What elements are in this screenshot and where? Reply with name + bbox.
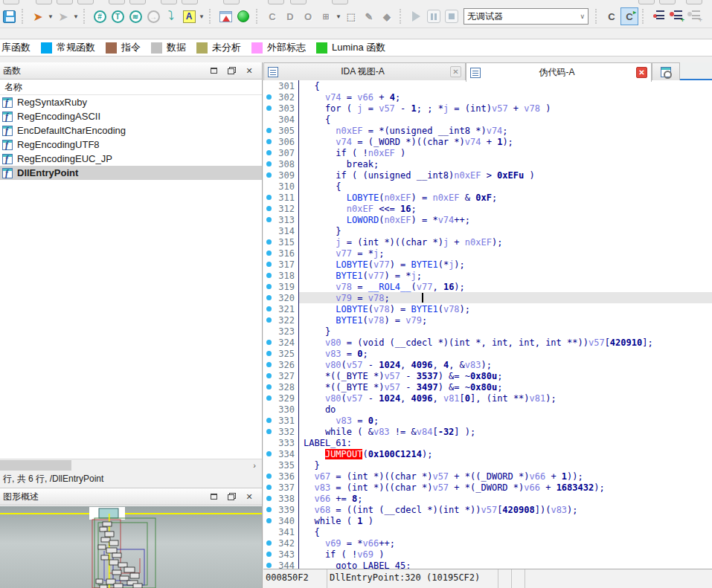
scrollbar-thumb[interactable] bbox=[0, 460, 71, 471]
code-text[interactable]: do bbox=[298, 404, 712, 415]
code-text[interactable]: LOBYTE(n0xEF) = n0xEF & 0xF; bbox=[298, 192, 712, 203]
decompile-icon[interactable]: C bbox=[603, 7, 620, 25]
code-line[interactable]: 321 LOBYTE(v78) = BYTE1(v78); bbox=[263, 303, 712, 314]
breakpoint-panel-icon[interactable] bbox=[650, 8, 667, 25]
code-text[interactable]: v80(v57 - 1024, 4096, 4, &v83); bbox=[298, 359, 712, 370]
code-text[interactable]: if ( !n0xEF ) bbox=[298, 147, 712, 158]
code-line[interactable]: 306 v74 = (_WORD *)((char *)v74 + 1); bbox=[263, 136, 712, 147]
code-text[interactable]: v74 = (_WORD *)((char *)v74 + 1); bbox=[298, 136, 712, 147]
tab-ida-view-a[interactable]: IDA 视图-A ✕ bbox=[263, 62, 466, 80]
breakpoint-dot[interactable] bbox=[263, 281, 274, 292]
breakpoint-dot[interactable] bbox=[263, 136, 274, 147]
breakpoint-gutter[interactable] bbox=[263, 437, 274, 448]
breakpoint-dot[interactable] bbox=[263, 292, 274, 303]
breakpoint-dot[interactable] bbox=[263, 515, 274, 526]
nav-forward-dropdown-icon[interactable]: ▼ bbox=[72, 13, 80, 20]
code-line[interactable]: 319 v78 = __ROL4__(v77, 16); bbox=[263, 281, 712, 292]
code-line[interactable]: 317 LOBYTE(v77) = BYTE1(*j); bbox=[263, 259, 712, 270]
breakpoint-gutter[interactable] bbox=[263, 181, 274, 192]
code-text[interactable]: v83 = 0; bbox=[298, 348, 712, 359]
functions-list-header[interactable]: 名称 bbox=[0, 80, 262, 95]
code-line[interactable]: 323 } bbox=[263, 326, 712, 337]
breakpoint-dot[interactable] bbox=[263, 370, 274, 381]
breakpoint-dot[interactable] bbox=[263, 314, 274, 326]
patch-icon[interactable]: ◆ bbox=[378, 8, 396, 25]
maximize-icon[interactable] bbox=[208, 491, 219, 502]
code-line[interactable]: 330 do bbox=[263, 404, 712, 415]
close-icon[interactable]: ✕ bbox=[244, 491, 254, 502]
code-line[interactable]: 333LABEL_61: bbox=[263, 437, 712, 448]
code-line[interactable]: 331 v83 = 0; bbox=[263, 415, 712, 426]
code-line[interactable]: 341 { bbox=[263, 526, 712, 537]
code-line[interactable]: 322 BYTE1(v78) = v79; bbox=[263, 314, 712, 326]
code-line[interactable]: 312 n0xEF <<= 16; bbox=[263, 203, 712, 214]
breakpoint-dot[interactable] bbox=[263, 158, 274, 169]
code-line[interactable]: 309 if ( (unsigned __int8)n0xEF > 0xEFu … bbox=[263, 169, 712, 181]
breakpoint-dot[interactable] bbox=[263, 236, 274, 248]
code-text[interactable]: while ( &v83 != &v84[-32] ); bbox=[298, 426, 712, 437]
code-text[interactable]: v66 += 8; bbox=[298, 493, 712, 504]
tab-close-icon[interactable]: ✕ bbox=[636, 67, 647, 78]
graph-window-icon[interactable] bbox=[217, 8, 234, 25]
code-text[interactable]: LABEL_61: bbox=[298, 437, 712, 448]
code-text[interactable]: { bbox=[298, 114, 712, 125]
code-line[interactable]: 314 } bbox=[263, 225, 712, 236]
float-icon[interactable] bbox=[226, 491, 237, 502]
code-text[interactable]: v80 = (void (__cdecl *)(int *, int, int,… bbox=[298, 337, 712, 348]
breakpoint-dot[interactable] bbox=[263, 248, 274, 259]
code-text[interactable]: } bbox=[298, 225, 712, 236]
code-line[interactable]: 313 LOWORD(n0xEF) = *v74++; bbox=[263, 214, 712, 225]
code-text[interactable]: if ( (unsigned __int8)n0xEF > 0xEFu ) bbox=[298, 169, 712, 181]
code-text[interactable]: JUMPOUT(0x100C1214); bbox=[298, 448, 712, 459]
code-text[interactable]: v79 = v78; bbox=[298, 292, 712, 303]
code-line[interactable]: 342 v69 = *v66++; bbox=[263, 537, 712, 549]
tab-hex-view[interactable] bbox=[652, 62, 680, 80]
code-line[interactable]: 339 v68 = ((int (__cdecl *)(int *))v57[4… bbox=[263, 504, 712, 515]
code-text[interactable]: *((_BYTE *)v57 - 3537) &= ~0x80u; bbox=[298, 370, 712, 381]
make-array-dropdown-icon[interactable]: ▼ bbox=[335, 13, 342, 20]
code-text[interactable]: v68 = ((int (__cdecl *)(int *))v57[42090… bbox=[298, 504, 712, 515]
code-text[interactable]: v80(v57 - 1024, 4096, v81[0], (int **)v8… bbox=[298, 392, 712, 404]
struct-icon[interactable]: ⬚ bbox=[342, 8, 360, 25]
code-line[interactable]: 332 while ( &v83 != &v84[-32] ); bbox=[263, 426, 712, 437]
breakpoint-dot[interactable] bbox=[263, 103, 274, 114]
make-data-icon[interactable]: D bbox=[281, 8, 299, 25]
code-line[interactable]: 308 break; bbox=[263, 158, 712, 169]
code-text[interactable]: { bbox=[298, 526, 712, 537]
code-text[interactable]: v77 = *j; bbox=[298, 248, 712, 259]
code-text[interactable]: n0xEF <<= 16; bbox=[298, 203, 712, 214]
code-line[interactable]: 336 v67 = (int *)((char *)v57 + *((_DWOR… bbox=[263, 471, 712, 482]
code-line[interactable]: 320 v79 = v78; bbox=[263, 292, 712, 303]
code-text[interactable]: while ( 1 ) bbox=[298, 515, 712, 526]
breakpoint-dot[interactable] bbox=[263, 214, 274, 225]
code-line[interactable]: 307 if ( !n0xEF ) bbox=[263, 147, 712, 158]
code-line[interactable]: 325 v83 = 0; bbox=[263, 348, 712, 359]
breakpoint-dot[interactable] bbox=[263, 203, 274, 214]
rename-icon[interactable]: A bbox=[180, 8, 198, 25]
decompile-active-icon[interactable]: C▸ bbox=[620, 7, 638, 25]
breakpoint-dot[interactable] bbox=[263, 537, 274, 549]
breakpoint-gutter[interactable] bbox=[263, 80, 274, 91]
code-line[interactable]: 301 { bbox=[263, 80, 712, 91]
breakpoint-dot[interactable] bbox=[263, 91, 274, 103]
code-line[interactable]: 344 goto LABEL_45; bbox=[263, 560, 712, 569]
nav-back-dropdown-icon[interactable]: ▼ bbox=[47, 13, 54, 20]
code-text[interactable]: n0xEF = *(unsigned __int8 *)v74; bbox=[298, 125, 712, 136]
breakpoint-gutter[interactable] bbox=[263, 326, 274, 337]
code-line[interactable]: 315 j = (int *)((char *)j + n0xEF); bbox=[263, 236, 712, 248]
pseudocode-view[interactable]: 301 {302 v74 = v66 + 4;303 for ( j = v57… bbox=[263, 80, 712, 569]
breakpoint-dot[interactable] bbox=[263, 415, 274, 426]
save-icon[interactable] bbox=[0, 8, 18, 25]
code-text[interactable]: break; bbox=[298, 158, 712, 169]
tab-close-icon[interactable]: ✕ bbox=[450, 66, 461, 77]
edit-icon[interactable]: ✎ bbox=[360, 8, 378, 25]
breakpoint-dot[interactable] bbox=[263, 549, 274, 560]
code-line[interactable]: 335 } bbox=[263, 459, 712, 471]
code-line[interactable]: 326 v80(v57 - 1024, 4096, 4, &v83); bbox=[263, 359, 712, 370]
make-enum-icon[interactable]: O bbox=[299, 8, 317, 25]
code-text[interactable]: if ( !v69 ) bbox=[298, 549, 712, 560]
code-text[interactable]: *((_BYTE *)v57 - 3497) &= ~0x80u; bbox=[298, 381, 712, 392]
run-analysis-icon[interactable] bbox=[234, 8, 252, 25]
function-list-item[interactable]: EncDefaultCharEncoding bbox=[0, 123, 262, 138]
nav-back-icon[interactable]: ➤ bbox=[29, 8, 47, 25]
